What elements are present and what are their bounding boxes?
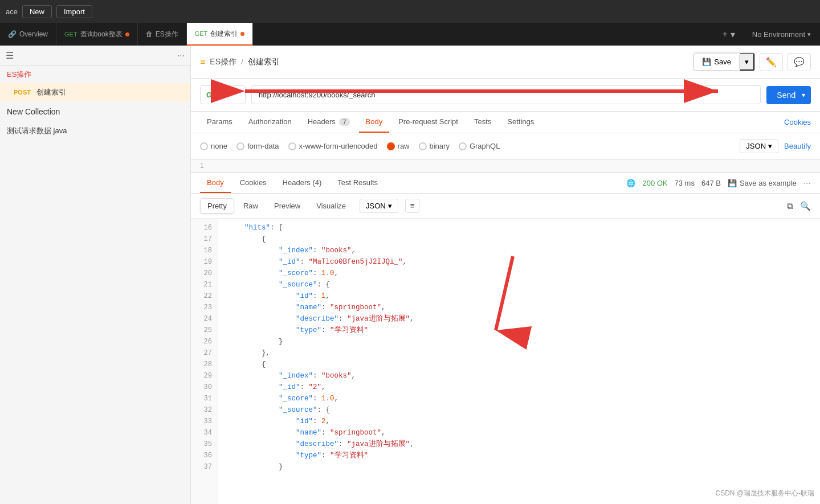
ln-24: 24 [191,313,218,325]
env-dropdown-icon: ▾ [807,31,811,38]
cookies-link[interactable]: Cookies [784,118,811,126]
radio-raw[interactable]: raw [387,142,410,150]
raw-label: raw [398,142,410,150]
response-code-area[interactable]: 16 17 18 19 20 21 22 23 24 25 26 27 28 2… [191,219,820,504]
trash-icon: 🗑 [146,30,153,38]
ln-21: 21 [191,279,218,290]
ln-16: 16 [191,222,218,233]
wrap-lines-button[interactable]: ≡ [405,199,420,213]
tabs-actions: + ▾ [716,29,740,40]
tab-settings[interactable]: Settings [500,112,541,133]
tab-books-label: 查询book整表 [80,30,123,39]
tab-authorization[interactable]: Authorization [242,112,299,133]
ln-17: 17 [191,233,218,245]
ln-29: 29 [191,370,218,382]
send-dropdown-icon[interactable]: ▾ [795,91,811,99]
method-select[interactable]: GET ▾ [200,85,246,104]
breadcrumb-collection[interactable]: ES操作 [210,57,236,67]
radio-binary[interactable]: binary [419,142,450,150]
breadcrumb-current: 创建索引 [248,57,280,67]
tab-pre-request[interactable]: Pre-request Script [391,112,465,133]
radio-dot-urlencoded [288,142,296,150]
get-method-icon-active: GET [195,30,208,37]
more-tabs-button[interactable]: ▾ [731,29,735,40]
save-as-example-button[interactable]: 💾 Save as example [728,179,797,187]
json-format-select[interactable]: JSON ▾ [740,139,778,153]
radio-dot-none [200,142,208,150]
edit-button[interactable]: ✏️ [760,53,783,71]
tab-headers[interactable]: Headers 7 [301,112,357,133]
tab-get-books[interactable]: GET 查询book整表 [56,23,138,46]
new-button[interactable]: New [22,5,52,18]
resp-tab-cookies[interactable]: Cookies [233,173,274,193]
status-size: 647 B [701,179,721,187]
url-input[interactable] [251,85,761,104]
line-numbers: 16 17 18 19 20 21 22 23 24 25 26 27 28 2… [191,219,218,504]
ln-33: 33 [191,416,218,427]
save-dropdown-button[interactable]: ▾ [740,53,754,71]
tab-es-ops[interactable]: 🗑 ES操作 [138,23,187,46]
sidebar-collection-name[interactable]: ES操作 [0,66,190,83]
code-line-29: "_index": "books", [227,370,811,382]
tab-overview[interactable]: 🔗 Overview [0,23,56,46]
method-dropdown-icon: ▾ [226,92,229,98]
json-dropdown-icon: ▾ [768,142,772,150]
tab-overview-label: Overview [19,30,48,38]
sidebar-item-create-index[interactable]: POST 创建索引 [0,83,190,101]
save-button[interactable]: 💾 Save [693,53,740,71]
rv-tab-preview[interactable]: Preview [267,199,307,213]
code-line-20: "_score": 1.0, [227,268,811,279]
ln-28: 28 [191,359,218,370]
radio-dot-raw [387,142,395,150]
top-bar: ace New Import [0,0,820,23]
resp-tab-body[interactable]: Body [200,173,231,193]
tab-es-label: ES操作 [156,30,178,39]
code-line-25: "type": "学习资料" [227,325,811,336]
tab-body[interactable]: Body [359,112,390,133]
code-line-34: "name": "springboot", [227,427,811,439]
add-tab-button[interactable]: + [722,29,727,39]
import-button[interactable]: Import [56,5,92,18]
tab-tests[interactable]: Tests [467,112,498,133]
resp-tab-test-results[interactable]: Test Results [331,173,385,193]
rv-tab-raw[interactable]: Raw [236,199,265,213]
rv-tab-visualize[interactable]: Visualize [309,199,353,213]
code-line-32: "_source": { [227,404,811,416]
radio-urlencoded[interactable]: x-www-form-urlencoded [288,142,378,150]
sidebar-test-item[interactable]: 测试请求数据 java [0,122,190,140]
beautify-button[interactable]: Beautify [784,142,811,150]
code-line-16: "hits": [ [227,222,811,233]
ln-26: 26 [191,336,218,347]
tab-params[interactable]: Params [200,112,239,133]
comment-button[interactable]: 💬 [788,53,811,71]
env-select[interactable]: No Environment [752,30,805,39]
sidebar-more-button[interactable]: ··· [177,51,185,61]
resp-tab-headers[interactable]: Headers (4) [276,173,329,193]
radio-none[interactable]: none [200,142,227,150]
breadcrumb-separator: / [241,58,243,66]
json-select-value: JSON [746,142,766,150]
status-time: 73 ms [675,179,695,187]
copy-response-button[interactable]: ⧉ [787,201,793,211]
breadcrumb: ≡ ES操作 / 创建索引 💾 Save ▾ ✏️ 💬 [191,46,820,79]
sidebar-menu-button[interactable]: ☰ [6,50,14,61]
overview-icon: 🔗 [8,30,17,38]
search-response-button[interactable]: 🔍 [800,201,811,211]
sidebar-item-label: 创建索引 [36,87,66,97]
resp-json-select[interactable]: JSON ▾ [360,199,398,213]
rv-tab-pretty[interactable]: Pretty [200,198,234,214]
save-icon: 💾 [702,58,711,66]
code-line-19: "_id": "MaTlco0Bfen5jJ2IJQi_", [227,256,811,268]
code-line-22: "id": 1, [227,290,811,302]
response-more-button[interactable]: ··· [803,178,811,189]
tab-create-index[interactable]: GET 创建索引 [187,23,254,46]
radio-graphql[interactable]: GraphQL [459,142,500,150]
sidebar-new-collection[interactable]: New Collection [0,101,190,122]
breadcrumb-actions: 💾 Save ▾ ✏️ 💬 [693,52,811,71]
form-data-label: form-data [247,142,279,150]
radio-form-data[interactable]: form-data [236,142,279,150]
none-label: none [211,142,227,150]
response-area: Body Cookies Headers (4) Test Results 🌐 … [191,173,820,504]
resp-json-dropdown-icon: ▾ [388,202,392,210]
send-button[interactable]: Send ▾ [766,86,811,104]
